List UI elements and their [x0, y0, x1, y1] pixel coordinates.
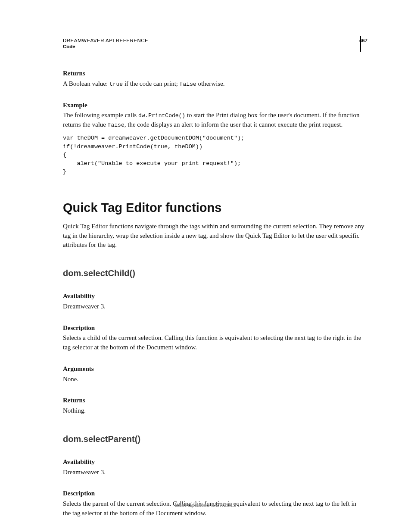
header-divider [360, 36, 361, 52]
header-chapter: Code [63, 44, 148, 49]
code-false: false [180, 81, 196, 87]
text: The following example calls [63, 112, 138, 118]
description-text: Selects a child of the current selection… [63, 333, 364, 352]
text: A Boolean value: [63, 80, 109, 87]
fn-selectchild-title: dom.selectChild() [63, 267, 364, 280]
section-title: Quick Tag Editor functions [63, 199, 364, 217]
page: DREAMWEAVER API REFERENCE Code 467 Retur… [0, 0, 411, 532]
description-label: Description [63, 324, 364, 333]
returns-text: A Boolean value: true if the code can pr… [63, 79, 364, 89]
availability-text: Dreamweaver 3. [63, 468, 364, 477]
code-true: true [109, 81, 123, 87]
footer-updated: Last updated 8/27/2013 [0, 502, 411, 508]
header-doc-title: DREAMWEAVER API REFERENCE [63, 38, 148, 43]
returns-label: Returns [63, 69, 364, 78]
page-header: DREAMWEAVER API REFERENCE Code 467 [63, 38, 370, 50]
text: , the code displays an alert to inform t… [125, 121, 343, 128]
page-content: Returns A Boolean value: true if the cod… [63, 69, 364, 532]
text: otherwise. [196, 80, 225, 87]
section-intro: Quick Tag Editor functions navigate thro… [63, 222, 364, 250]
header-left: DREAMWEAVER API REFERENCE Code [63, 38, 148, 49]
code-call: dw.PrintCode() [138, 112, 185, 119]
code-false: false [108, 122, 125, 128]
example-text: The following example calls dw.PrintCode… [63, 111, 364, 130]
arguments-label: Arguments [63, 364, 364, 374]
text: if the code can print; [123, 80, 180, 87]
availability-text: Dreamweaver 3. [63, 302, 364, 311]
example-label: Example [63, 101, 364, 110]
availability-label: Availability [63, 457, 364, 467]
arguments-text: None. [63, 375, 364, 384]
availability-label: Availability [63, 292, 364, 301]
description-label: Description [63, 489, 364, 498]
fn-selectparent-title: dom.selectParent() [63, 433, 364, 445]
returns-text: Nothing. [63, 406, 364, 416]
code-block: var theDOM = dreamweaver.getDocumentDOM(… [63, 134, 364, 176]
arguments-label: Arguments [63, 530, 364, 532]
returns-label: Returns [63, 396, 364, 405]
